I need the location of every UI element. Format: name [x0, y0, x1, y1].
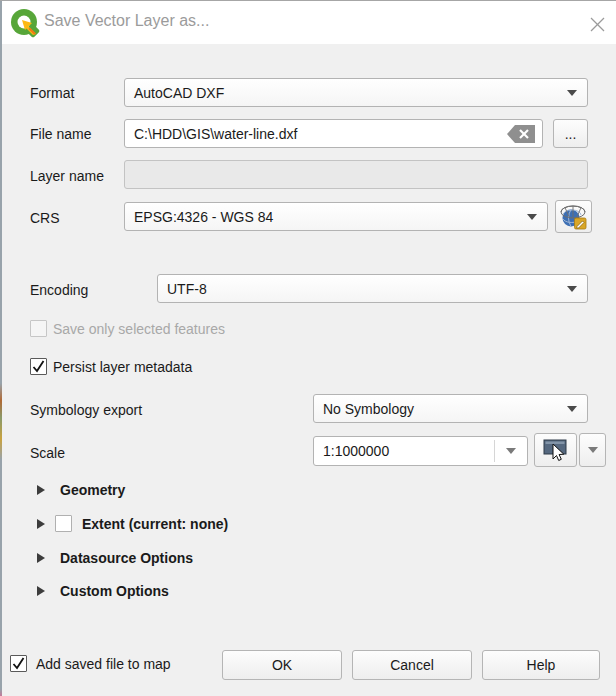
window-title: Save Vector Layer as... — [44, 12, 209, 30]
chevron-down-icon — [567, 90, 577, 96]
background-window-sliver — [0, 1, 2, 696]
scale-label: Scale — [30, 444, 65, 462]
save-only-selected-checkbox — [30, 320, 47, 337]
chevron-down-icon — [527, 214, 537, 220]
persist-metadata-checkbox[interactable] — [30, 358, 47, 375]
chevron-down-icon — [567, 286, 577, 292]
expand-arrow-icon[interactable] — [37, 485, 45, 495]
encoding-dropdown[interactable]: UTF-8 — [157, 274, 588, 303]
add-saved-file-checkbox[interactable] — [10, 655, 27, 672]
add-saved-file-label: Add saved file to map — [36, 655, 171, 673]
map-extent-cursor-icon — [542, 437, 570, 463]
encoding-value: UTF-8 — [167, 281, 207, 297]
expand-arrow-icon[interactable] — [37, 586, 45, 596]
file-name-value: C:\HDD\GIS\water-line.dxf — [134, 126, 297, 142]
extent-checkbox[interactable] — [55, 515, 72, 532]
save-only-selected-label: Save only selected features — [53, 320, 225, 338]
scale-from-extent-button[interactable] — [534, 433, 577, 467]
file-name-input[interactable]: C:\HDD\GIS\water-line.dxf — [124, 119, 543, 148]
section-extent[interactable]: Extent (current: none) — [82, 515, 228, 533]
expand-arrow-icon[interactable] — [37, 519, 45, 529]
chevron-down-icon — [567, 406, 577, 412]
layer-name-input — [124, 160, 588, 189]
section-custom-options[interactable]: Custom Options — [60, 582, 169, 600]
scale-combobox[interactable]: 1:1000000 — [313, 436, 528, 466]
crs-dropdown[interactable]: EPSG:4326 - WGS 84 — [124, 202, 548, 231]
layer-name-label: Layer name — [30, 167, 104, 185]
scale-options-dropdown-button[interactable] — [579, 433, 606, 467]
scale-value: 1:1000000 — [323, 443, 389, 459]
cancel-button-label: Cancel — [390, 657, 434, 673]
close-icon[interactable] — [586, 13, 608, 35]
combo-separator — [494, 440, 495, 462]
help-button[interactable]: Help — [482, 650, 600, 680]
section-geometry[interactable]: Geometry — [60, 481, 125, 499]
chevron-down-icon — [506, 448, 516, 454]
checkmark-icon — [12, 657, 25, 670]
symbology-export-label: Symbology export — [30, 401, 142, 419]
crs-label: CRS — [30, 209, 60, 227]
chevron-down-icon — [588, 447, 598, 453]
help-button-label: Help — [527, 657, 556, 673]
format-label: Format — [30, 84, 74, 102]
ok-button-label: OK — [272, 657, 292, 673]
expand-arrow-icon[interactable] — [37, 553, 45, 563]
clear-text-icon[interactable] — [507, 124, 535, 144]
file-name-label: File name — [30, 125, 91, 143]
save-vector-layer-dialog: Save Vector Layer as... Format AutoCAD D… — [0, 0, 616, 696]
crs-value: EPSG:4326 - WGS 84 — [134, 209, 273, 225]
symbology-export-dropdown[interactable]: No Symbology — [313, 394, 588, 423]
format-value: AutoCAD DXF — [134, 85, 224, 101]
browse-button[interactable]: ... — [553, 119, 588, 148]
globe-crs-picker-icon — [560, 204, 587, 230]
browse-label: ... — [565, 126, 577, 142]
ok-button[interactable]: OK — [222, 650, 342, 680]
format-dropdown[interactable]: AutoCAD DXF — [124, 78, 588, 107]
qgis-logo-icon — [10, 8, 40, 38]
titlebar: Save Vector Layer as... — [2, 1, 616, 44]
cancel-button[interactable]: Cancel — [352, 650, 472, 680]
encoding-label: Encoding — [30, 281, 88, 299]
crs-picker-button[interactable] — [555, 200, 592, 233]
checkmark-icon — [32, 360, 45, 373]
section-datasource-options[interactable]: Datasource Options — [60, 549, 193, 567]
symbology-export-value: No Symbology — [323, 401, 414, 417]
persist-metadata-label: Persist layer metadata — [53, 358, 192, 376]
